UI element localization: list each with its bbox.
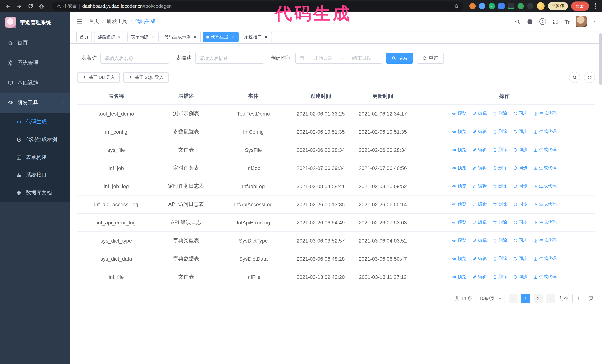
generate-code-link[interactable]: 生成代码 xyxy=(533,238,557,244)
close-icon[interactable] xyxy=(117,34,122,40)
fullscreen-icon[interactable] xyxy=(552,18,558,25)
close-icon[interactable] xyxy=(230,34,235,40)
sidebar-item-dev-tools[interactable]: 研发工具 xyxy=(0,93,70,113)
table-desc-input[interactable] xyxy=(195,52,264,64)
tab-tracing[interactable]: 链路追踪 xyxy=(94,32,125,42)
import-db-button[interactable]: 基于 DB 导入 xyxy=(77,72,120,83)
tab-home[interactable]: 首页 xyxy=(76,32,92,42)
update-button[interactable]: 更新 xyxy=(571,1,589,11)
delete-link[interactable]: 删除 xyxy=(493,147,507,153)
generate-code-link[interactable]: 生成代码 xyxy=(533,111,557,117)
extension-icon-1[interactable] xyxy=(469,3,475,9)
tab-codegen-example[interactable]: 代码生成示例 xyxy=(161,32,201,42)
edit-link[interactable]: 编辑 xyxy=(472,274,487,280)
user-menu-caret-icon[interactable] xyxy=(593,21,596,24)
delete-link[interactable]: 删除 xyxy=(493,274,507,280)
sidebar-item-form-builder[interactable]: 表单构建 xyxy=(0,148,70,166)
sync-link[interactable]: 同步 xyxy=(513,111,527,117)
edit-link[interactable]: 编辑 xyxy=(472,238,487,244)
security-chip[interactable]: 不安全 xyxy=(56,3,77,9)
delete-link[interactable]: 删除 xyxy=(493,219,507,226)
sync-link[interactable]: 同步 xyxy=(513,147,527,153)
sidebar-item-system[interactable]: 系统管理 xyxy=(0,53,70,73)
goto-page-input[interactable] xyxy=(572,294,585,303)
delete-link[interactable]: 删除 xyxy=(493,183,507,189)
sync-link[interactable]: 同步 xyxy=(513,274,527,280)
sync-link[interactable]: 同步 xyxy=(513,129,527,135)
sidebar-item-codegen[interactable]: 代码生成 xyxy=(0,113,70,131)
close-icon[interactable] xyxy=(192,34,197,40)
page-button-2[interactable]: 2 xyxy=(534,294,543,303)
font-size-icon[interactable]: TT xyxy=(564,18,570,25)
toggle-search-button[interactable] xyxy=(569,72,580,83)
tab-form-builder[interactable]: 表单构建 xyxy=(128,32,159,42)
preview-link[interactable]: 预览 xyxy=(452,183,466,189)
preview-link[interactable]: 预览 xyxy=(452,129,466,135)
edit-link[interactable]: 编辑 xyxy=(472,147,487,153)
import-sql-button[interactable]: 基于 SQL 导入 xyxy=(124,72,168,83)
extension-icon-6[interactable] xyxy=(517,3,524,9)
refresh-table-button[interactable] xyxy=(584,72,595,83)
sidebar-item-home[interactable]: 首页 xyxy=(0,33,70,53)
preview-link[interactable]: 预览 xyxy=(452,274,466,280)
sidebar-item-system-api[interactable]: 系统接口 xyxy=(0,166,70,184)
sync-link[interactable]: 同步 xyxy=(513,238,527,244)
date-range-picker[interactable]: 开始日期 - 结束日期 xyxy=(295,52,382,64)
reload-icon[interactable] xyxy=(26,2,35,10)
tab-system-api[interactable]: 系统接口 xyxy=(241,32,272,42)
breadcrumb-dev-tools[interactable]: 研发工具 xyxy=(107,18,128,25)
sync-link[interactable]: 同步 xyxy=(513,183,527,189)
address-bar[interactable]: 不安全 dashboard.yudao.iocoder.cn/tool/code… xyxy=(52,1,463,11)
help-icon[interactable]: ? xyxy=(539,18,546,25)
generate-code-link[interactable]: 生成代码 xyxy=(533,129,557,135)
extension-icon-4[interactable] xyxy=(498,3,504,9)
page-size-select[interactable]: 10条/页 xyxy=(476,294,505,303)
search-button[interactable]: 搜索 xyxy=(386,52,413,64)
user-avatar[interactable] xyxy=(576,16,587,27)
delete-link[interactable]: 删除 xyxy=(493,256,507,262)
generate-code-link[interactable]: 生成代码 xyxy=(533,219,557,226)
forward-icon[interactable] xyxy=(15,2,24,10)
preview-link[interactable]: 预览 xyxy=(452,111,466,117)
home-icon[interactable] xyxy=(37,2,46,10)
generate-code-link[interactable]: 生成代码 xyxy=(533,274,557,280)
extension-icon-7[interactable] xyxy=(527,3,533,9)
page-button-1[interactable]: 1 xyxy=(521,294,530,303)
generate-code-link[interactable]: 生成代码 xyxy=(533,201,557,208)
sidebar-toggle-icon[interactable] xyxy=(76,18,83,25)
close-icon[interactable] xyxy=(150,34,155,40)
search-icon[interactable] xyxy=(514,18,520,25)
sync-link[interactable]: 同步 xyxy=(513,256,527,262)
edit-link[interactable]: 编辑 xyxy=(472,201,487,208)
app-logo[interactable]: 芋道管理系统 xyxy=(0,12,70,33)
generate-code-link[interactable]: 生成代码 xyxy=(533,147,557,153)
generate-code-link[interactable]: 生成代码 xyxy=(533,183,557,189)
bookmark-star-icon[interactable] xyxy=(454,3,459,10)
close-icon[interactable] xyxy=(263,34,269,40)
sync-link[interactable]: 同步 xyxy=(513,165,527,171)
next-page-button[interactable]: › xyxy=(547,294,555,303)
edit-link[interactable]: 编辑 xyxy=(472,111,487,117)
browser-menu-icon[interactable] xyxy=(595,5,596,7)
delete-link[interactable]: 删除 xyxy=(493,165,507,171)
preview-link[interactable]: 预览 xyxy=(452,201,466,208)
sync-link[interactable]: 同步 xyxy=(513,201,527,208)
edit-link[interactable]: 编辑 xyxy=(472,183,487,189)
sidebar-item-infrastructure[interactable]: 基础设施 xyxy=(0,73,70,93)
preview-link[interactable]: 预览 xyxy=(452,147,466,153)
table-name-input[interactable] xyxy=(100,52,169,64)
prev-page-button[interactable]: ‹ xyxy=(509,294,517,303)
github-icon[interactable] xyxy=(527,18,533,25)
preview-link[interactable]: 预览 xyxy=(452,238,466,244)
generate-code-link[interactable]: 生成代码 xyxy=(533,256,557,262)
delete-link[interactable]: 删除 xyxy=(493,111,507,117)
edit-link[interactable]: 编辑 xyxy=(472,219,487,226)
tab-codegen[interactable]: 代码生成 xyxy=(203,32,239,42)
preview-link[interactable]: 预览 xyxy=(452,165,466,171)
edit-link[interactable]: 编辑 xyxy=(472,256,487,262)
browser-profile-avatar[interactable] xyxy=(537,2,544,10)
extension-icon-5[interactable] xyxy=(508,3,514,9)
scrollbar-thumb[interactable] xyxy=(599,33,602,85)
paused-badge[interactable]: 已暂停 xyxy=(548,2,568,10)
sidebar-item-db-docs[interactable]: 数据库文档 xyxy=(0,184,70,202)
